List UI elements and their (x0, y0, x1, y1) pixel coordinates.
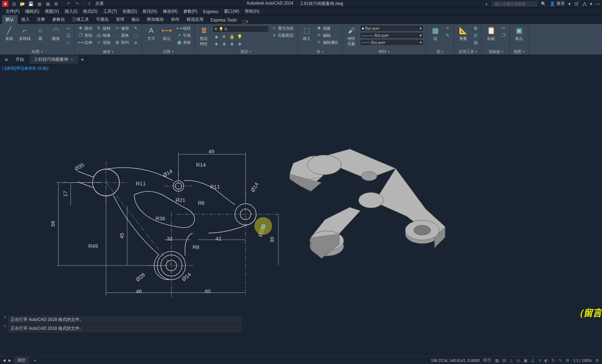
edit-attr-button[interactable]: ✎编辑属性 (315, 39, 340, 46)
menu-dim[interactable]: 标注(N) (141, 8, 159, 15)
create-block-button[interactable]: ✚创建 (315, 25, 340, 32)
leader-button[interactable]: ↗引线 (175, 32, 192, 39)
tab-output[interactable]: 输出 (128, 15, 143, 24)
cmd-close-icon-2[interactable]: × (2, 324, 8, 333)
panel-modify-title[interactable]: 修改 (103, 49, 111, 54)
layer-combo[interactable]: ☀ 💡 0 (212, 25, 269, 32)
more-icon[interactable]: ▾ (590, 1, 592, 6)
cmd-close-icon[interactable]: × (2, 315, 8, 324)
share-label[interactable]: 共享 (95, 1, 104, 7)
polyline-button[interactable]: ⌐多段线 (18, 25, 32, 42)
util-c-button[interactable]: ▤ (472, 39, 479, 46)
customize-icon[interactable]: ⚙ (595, 358, 599, 363)
layout-next-icon[interactable]: ▶ (8, 358, 11, 362)
layer-iso-button[interactable]: ◈ (212, 33, 220, 40)
layer-btn-d[interactable]: ◈ (236, 40, 243, 47)
setcurrent-button[interactable]: ✓置为当前 (270, 25, 295, 32)
layer-lock-button[interactable]: 🔒 (228, 33, 236, 40)
panel-group-title[interactable]: 组 (437, 49, 441, 54)
transparency-icon[interactable]: ◐ (544, 358, 548, 363)
panel-annot-title[interactable]: 注释 (163, 49, 171, 54)
lineweight-combo[interactable]: ——— ByLayer▾ (360, 32, 424, 38)
menu-file[interactable]: 文件(F) (4, 8, 22, 15)
menu-format[interactable]: 格式(O) (81, 8, 100, 15)
close-icon[interactable]: ✕ (70, 58, 73, 61)
arc-button[interactable]: ◠圆弧 (49, 25, 63, 42)
color-combo[interactable]: ■ ByLayer▾ (360, 25, 424, 31)
panel-block-title[interactable]: 块 (317, 49, 320, 54)
lwt-icon[interactable]: ≡ (538, 358, 541, 363)
ungroup-button[interactable]: ✧ (444, 25, 452, 32)
matchprop-button[interactable]: 🖌特性 匹配 (344, 25, 359, 47)
offset-button[interactable]: ⧈ (132, 39, 140, 46)
scale-button[interactable]: ⤢缩放 (95, 39, 112, 46)
scale-readout[interactable]: 1:1 / 100% (573, 358, 592, 363)
edit-block-button[interactable]: ✎编辑 (315, 32, 340, 39)
app-switch-icon[interactable]: ▾ (568, 1, 571, 6)
search-icon[interactable]: 🔍 (541, 1, 546, 6)
panel-view-title[interactable]: 视图 (514, 49, 521, 54)
menu-modify[interactable]: 修改(M) (161, 8, 180, 15)
plot-icon[interactable]: ▦ (45, 1, 50, 6)
tabs-menu-icon[interactable]: ≡ (3, 57, 10, 62)
layer-off-button[interactable]: 💡 (236, 33, 243, 40)
text-button[interactable]: A文字 (144, 25, 158, 42)
add-tab-button[interactable]: + (79, 56, 86, 63)
layout-prev-icon[interactable]: ◀ (3, 358, 6, 362)
util-a-button[interactable]: ⊞ (472, 25, 479, 32)
cycling-icon[interactable]: ↻ (551, 358, 555, 363)
measure-button[interactable]: 📐测量 (456, 25, 470, 42)
tab-visualize[interactable]: 可视化 (93, 15, 112, 24)
group-button[interactable]: ▦组 (428, 25, 442, 42)
panel-props-title[interactable]: 特性 (379, 49, 386, 54)
snap-icon[interactable]: ⊞ (502, 358, 506, 363)
array-button[interactable]: ⊞阵列 (113, 39, 130, 46)
search-input[interactable] (491, 1, 537, 7)
tab-expresstools[interactable]: Express Tools (207, 16, 240, 24)
tab-featured[interactable]: 精选应用 (183, 15, 207, 24)
insert-button[interactable]: ⬚插入 (300, 25, 314, 42)
paste-button[interactable]: 📋粘贴 (484, 25, 498, 42)
matchlayer-button[interactable]: ≡匹配图层 (270, 32, 295, 39)
menu-window[interactable]: 窗口(W) (222, 8, 241, 15)
print-icon[interactable]: 🖶 (54, 1, 59, 6)
rect-button[interactable]: ▭ (64, 25, 72, 32)
tab-addins[interactable]: 附加模块 (143, 15, 167, 24)
copy-button[interactable]: ❐复制 (77, 32, 94, 39)
groupedit-button[interactable]: ✎ (444, 32, 452, 39)
workspace-icon[interactable]: ⚙ (566, 358, 569, 363)
menu-edit[interactable]: 编辑(E) (23, 8, 41, 15)
drawing-viewport[interactable]: [-][俯视][带边缘着色 (快速)] (0, 64, 602, 340)
model-tab[interactable]: 模型 (14, 357, 29, 364)
otrack-icon[interactable]: ∠ (531, 358, 535, 363)
panel-util-title[interactable]: 实用工具 (459, 49, 474, 54)
panel-draw-title[interactable]: 绘图 (32, 49, 40, 54)
erase-button[interactable]: ✎ (132, 25, 140, 32)
undo-icon[interactable]: ↶ (66, 1, 71, 6)
annotation-icon[interactable]: ✎ (559, 358, 562, 363)
ortho-icon[interactable]: ⊥ (509, 358, 513, 363)
tab-annotate[interactable]: 注释 (33, 15, 49, 24)
saveas-icon[interactable]: ▦ (37, 1, 42, 6)
tab-3dtools[interactable]: 三维工具 (69, 15, 93, 24)
add-layout-button[interactable]: + (32, 358, 38, 363)
util-b-button[interactable]: ⊡ (472, 32, 479, 39)
ellipse-button[interactable]: ⬭ (64, 39, 72, 46)
stretch-button[interactable]: ⟷拉伸 (77, 39, 94, 46)
share-icon[interactable]: ⇪ (87, 1, 92, 6)
layer-btn-c[interactable]: ◈ (228, 40, 236, 47)
linetype-combo[interactable]: ─── ByLayer▾ (360, 39, 424, 46)
menu-insert[interactable]: 插入(I) (63, 8, 79, 15)
minimize-icon[interactable]: — (596, 1, 600, 6)
hatch-button[interactable]: ◫ (64, 32, 72, 39)
move-button[interactable]: ✥移动 (77, 25, 94, 32)
osnap-icon[interactable]: ▣ (524, 358, 527, 363)
menu-param[interactable]: 参数(P) (181, 8, 200, 15)
layer-btn-a[interactable]: ◈ (212, 40, 220, 47)
line-button[interactable]: ╱直线 (2, 25, 16, 42)
linear-button[interactable]: ⟷线性 (175, 25, 192, 32)
cart-icon[interactable]: 🛒 (574, 1, 579, 6)
rotate-button[interactable]: ↻旋转 (95, 25, 112, 32)
tab-default[interactable]: 默认 (2, 15, 18, 24)
table-button[interactable]: ▦表格 (175, 39, 192, 46)
